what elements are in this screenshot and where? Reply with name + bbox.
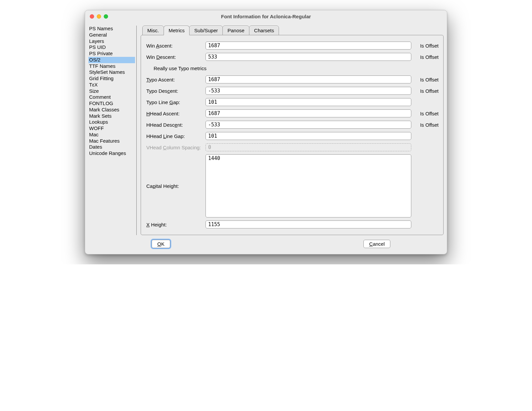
sidebar-item-layers[interactable]: Layers bbox=[88, 38, 135, 45]
typo-line-gap-input[interactable] bbox=[205, 98, 411, 106]
hhead-ascent-label: HHead Ascent: bbox=[146, 111, 205, 116]
sidebar-item-os2[interactable]: OS/2 bbox=[88, 57, 135, 63]
win-descent-input[interactable] bbox=[205, 53, 411, 61]
hhead-ascent-input[interactable] bbox=[205, 109, 411, 117]
ok-button[interactable]: OK bbox=[152, 240, 170, 248]
typo-descent-label: Typo Descent: bbox=[146, 88, 205, 94]
win-descent-offset-label[interactable]: Is Offset bbox=[411, 54, 439, 60]
metrics-panel: Win Ascent: Is Offset Win Descent: Is Of… bbox=[141, 35, 444, 235]
sidebar-item-general[interactable]: General bbox=[88, 32, 135, 38]
sidebar-item-grid-fitting[interactable]: Grid Fitting bbox=[88, 75, 135, 82]
tab-misc[interactable]: Misc. bbox=[142, 26, 164, 35]
sidebar-item-mac[interactable]: Mac bbox=[88, 132, 135, 138]
typo-line-gap-label: Typo Line Gap: bbox=[146, 99, 205, 105]
sidebar-item-comment[interactable]: Comment bbox=[88, 94, 135, 100]
hhead-descent-label: HHead Descent: bbox=[146, 122, 205, 128]
capital-height-input[interactable] bbox=[205, 154, 411, 217]
sidebar-item-ps-private[interactable]: PS Private bbox=[88, 51, 135, 57]
win-ascent-offset-label[interactable]: Is Offset bbox=[411, 43, 439, 49]
sidebar-item-ps-names[interactable]: PS Names bbox=[88, 26, 135, 32]
sidebar-item-ps-uid[interactable]: PS UID bbox=[88, 44, 135, 51]
vhead-col-spacing-input bbox=[205, 143, 411, 151]
typo-descent-offset-label[interactable]: Is Offset bbox=[411, 88, 439, 94]
hhead-ascent-offset-label[interactable]: Is Offset bbox=[411, 111, 439, 116]
tab-metrics[interactable]: Metrics bbox=[164, 26, 190, 35]
hhead-descent-offset-label[interactable]: Is Offset bbox=[411, 122, 439, 128]
typo-ascent-label: Typo Ascent: bbox=[146, 77, 205, 82]
sidebar-item-size[interactable]: Size bbox=[88, 88, 135, 94]
sidebar-item-mark-sets[interactable]: Mark Sets bbox=[88, 113, 135, 119]
dialog-body: PS Names General Layers PS UID PS Privat… bbox=[85, 22, 447, 235]
sidebar: PS Names General Layers PS UID PS Privat… bbox=[88, 26, 137, 235]
footer: OK Cancel bbox=[85, 235, 447, 254]
sidebar-item-lookups[interactable]: Lookups bbox=[88, 119, 135, 125]
win-descent-label: Win Descent: bbox=[146, 54, 205, 60]
content-area: Misc. Metrics Sub/Super Panose Charsets … bbox=[137, 26, 444, 235]
capital-height-label: Capital Height: bbox=[146, 183, 205, 189]
tab-panose[interactable]: Panose bbox=[222, 26, 249, 35]
titlebar: Font Information for Aclonica-Regular bbox=[85, 10, 447, 22]
typo-ascent-input[interactable] bbox=[205, 75, 411, 83]
tabbar: Misc. Metrics Sub/Super Panose Charsets bbox=[141, 26, 444, 35]
really-use-typo-checkbox-label[interactable]: Really use Typo metrics bbox=[146, 66, 206, 71]
tab-charsets[interactable]: Charsets bbox=[249, 26, 279, 35]
sidebar-item-fontlog[interactable]: FONTLOG bbox=[88, 100, 135, 107]
sidebar-item-unicode-ranges[interactable]: Unicode Ranges bbox=[88, 150, 135, 157]
tab-sub-super[interactable]: Sub/Super bbox=[189, 26, 223, 35]
x-height-label: X Height: bbox=[146, 222, 205, 227]
sidebar-item-mark-classes[interactable]: Mark Classes bbox=[88, 107, 135, 113]
hhead-line-gap-input[interactable] bbox=[205, 132, 411, 140]
cancel-button[interactable]: Cancel bbox=[363, 240, 390, 248]
sidebar-item-mac-features[interactable]: Mac Features bbox=[88, 138, 135, 144]
hhead-line-gap-label: HHead Line Gap: bbox=[146, 133, 205, 139]
font-info-window: Font Information for Aclonica-Regular PS… bbox=[85, 10, 447, 254]
win-ascent-input[interactable] bbox=[205, 42, 411, 50]
sidebar-item-dates[interactable]: Dates bbox=[88, 144, 135, 150]
sidebar-item-styleset-names[interactable]: StyleSet Names bbox=[88, 69, 135, 75]
typo-ascent-offset-label[interactable]: Is Offset bbox=[411, 77, 439, 82]
sidebar-item-woff[interactable]: WOFF bbox=[88, 125, 135, 132]
win-ascent-label: Win Ascent: bbox=[146, 43, 205, 49]
hhead-descent-input[interactable] bbox=[205, 121, 411, 129]
x-height-input[interactable] bbox=[205, 220, 411, 228]
typo-descent-input[interactable] bbox=[205, 87, 411, 95]
sidebar-item-ttf-names[interactable]: TTF Names bbox=[88, 63, 135, 69]
vhead-col-spacing-label: VHead Column Spacing: bbox=[146, 145, 205, 150]
window-title: Font Information for Aclonica-Regular bbox=[85, 14, 447, 19]
sidebar-item-tex[interactable]: TεX bbox=[88, 82, 135, 88]
